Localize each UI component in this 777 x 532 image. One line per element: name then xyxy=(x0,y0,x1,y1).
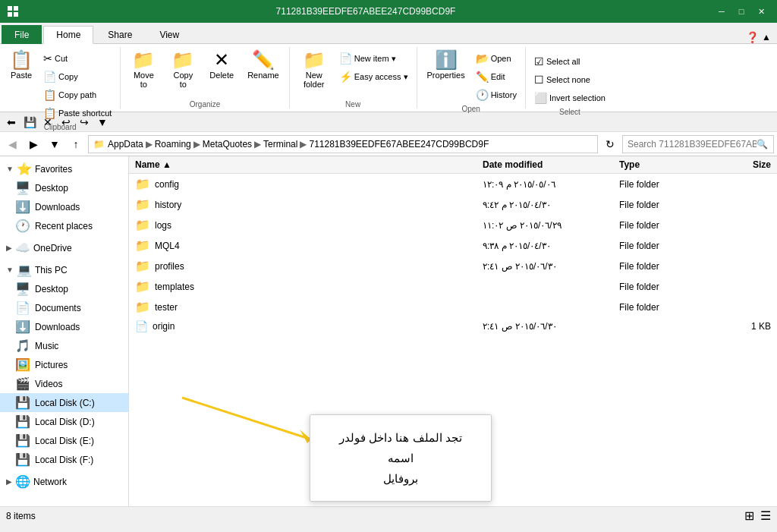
refresh-button[interactable]: ↻ xyxy=(601,135,619,153)
recent-places-icon: 🕐 xyxy=(15,219,30,233)
file-name-logs: logs xyxy=(155,220,483,231)
copy-button[interactable]: 📄 Copy xyxy=(39,68,115,85)
breadcrumb-bar[interactable]: 📁 AppData ▶ Roaming ▶ MetaQuotes ▶ Termi… xyxy=(88,135,598,153)
view-details[interactable]: ☰ xyxy=(760,508,771,523)
new-group-label: New xyxy=(345,100,360,109)
easy-access-button[interactable]: ⚡ Easy access ▾ xyxy=(335,68,412,85)
breadcrumb-item-5[interactable]: 711281B39EEDFE67ABEE247CD99BCD9F xyxy=(309,139,489,150)
nav-back-button[interactable]: ◀ xyxy=(3,135,21,153)
qa-undo-button[interactable]: ↩ xyxy=(58,114,74,131)
edit-button[interactable]: ✏️ Edit xyxy=(472,68,521,85)
svg-rect-3 xyxy=(14,12,18,17)
rename-button[interactable]: ✏️ Rename xyxy=(242,47,285,83)
search-box[interactable]: 🔍 xyxy=(622,135,774,153)
copy-to-button[interactable]: 📁 Copyto xyxy=(165,47,201,93)
desktop-pc-icon: 🖥️ xyxy=(15,282,30,296)
copy-path-icon: 📋 xyxy=(43,89,56,101)
select-all-button[interactable]: ☑ Select all xyxy=(530,53,609,70)
new-item-button[interactable]: 📄 New item ▾ xyxy=(335,50,412,67)
downloads-label: Downloads xyxy=(35,322,80,332)
onedrive-label: OneDrive xyxy=(33,243,72,253)
file-row-profiles[interactable]: 📁 profiles ٢٠١٥/٠٦/٣٠ ص ٢:٤١ File folder xyxy=(129,256,777,276)
open-button[interactable]: 📂 Open xyxy=(472,50,521,67)
delete-button[interactable]: ✕ Delete xyxy=(204,47,239,83)
breadcrumb-item-4[interactable]: Terminal xyxy=(263,139,297,150)
qa-dropdown-button[interactable]: ▼ xyxy=(94,114,111,131)
qa-delete-button[interactable]: ✕ xyxy=(39,114,56,131)
sidebar-item-videos[interactable]: 🎬 Videos xyxy=(0,374,128,393)
tab-file[interactable]: File xyxy=(2,25,42,44)
sidebar-item-downloads-fav[interactable]: ⬇️ Downloads xyxy=(0,197,128,216)
sidebar-item-local-disk-c[interactable]: 💾 Local Disk (C:) xyxy=(0,393,128,412)
local-disk-d-label: Local Disk (D:) xyxy=(35,417,95,427)
move-to-button[interactable]: 📁 Moveto xyxy=(125,47,162,93)
close-button[interactable]: ✕ xyxy=(751,4,771,19)
cut-button[interactable]: ✂ Cut xyxy=(39,50,115,67)
file-row-history[interactable]: 📁 history ٢٠١٥/٠٤/٣٠ م ٩:٤٢ File folder xyxy=(129,194,777,215)
sidebar-item-local-disk-e[interactable]: 💾 Local Disk (E:) xyxy=(0,431,128,450)
search-input[interactable] xyxy=(628,139,757,150)
file-date-profiles: ٢٠١٥/٠٦/٣٠ ص ٢:٤١ xyxy=(483,261,619,272)
sidebar-item-music[interactable]: 🎵 Music xyxy=(0,336,128,355)
sidebar-item-local-disk-d[interactable]: 💾 Local Disk (D:) xyxy=(0,412,128,431)
new-folder-button[interactable]: 📁 Newfolder xyxy=(294,47,334,93)
sidebar-item-desktop-fav[interactable]: 🖥️ Desktop xyxy=(0,178,128,197)
onedrive-icon: ☁️ xyxy=(15,241,30,255)
sidebar-item-desktop-pc[interactable]: 🖥️ Desktop xyxy=(0,279,128,298)
invert-selection-button[interactable]: ⬜ Invert selection xyxy=(530,90,609,106)
tab-view[interactable]: View xyxy=(146,26,192,43)
copy-path-button[interactable]: 📋 Copy path xyxy=(39,87,115,103)
sidebar-item-recent-places[interactable]: 🕐 Recent places xyxy=(0,216,128,235)
favorites-chevron: ▼ xyxy=(6,165,14,173)
thispc-header[interactable]: ▼ 💻 This PC xyxy=(0,260,128,279)
nav-recent-button[interactable]: ▼ xyxy=(46,135,64,153)
tab-home[interactable]: Home xyxy=(43,26,93,44)
header-date[interactable]: Date modified xyxy=(483,159,619,170)
documents-icon: 📄 xyxy=(15,301,30,315)
expand-ribbon-icon[interactable]: ▲ xyxy=(762,32,771,42)
network-header[interactable]: ▶ 🌐 Network xyxy=(0,472,128,491)
network-section: ▶ 🌐 Network xyxy=(0,472,128,491)
sidebar-item-downloads[interactable]: ⬇️ Downloads xyxy=(0,317,128,336)
history-button[interactable]: 🕐 History xyxy=(472,87,521,103)
quick-access-toolbar: ⬅ 💾 ✕ ↩ ↪ ▼ xyxy=(0,112,777,132)
move-to-label: Moveto xyxy=(134,71,154,89)
view-large-icons[interactable]: ⊞ xyxy=(744,508,754,523)
breadcrumb-item-2[interactable]: Roaming xyxy=(155,139,191,150)
organize-group-label: Organize xyxy=(190,100,221,109)
header-name[interactable]: Name ▲ xyxy=(135,159,483,170)
downloads-fav-icon: ⬇️ xyxy=(15,200,30,214)
file-row-origin[interactable]: 📄 origin ٢٠١٥/٠٦/٣٠ ص ٢:٤١ 1 KB xyxy=(129,317,777,335)
header-size[interactable]: Size xyxy=(710,159,771,170)
qa-save-button[interactable]: 💾 xyxy=(21,114,38,131)
file-row-templates[interactable]: 📁 templates File folder xyxy=(129,276,777,297)
sidebar-item-pictures[interactable]: 🖼️ Pictures xyxy=(0,355,128,374)
config-folder-icon: 📁 xyxy=(135,177,150,191)
select-none-button[interactable]: ☐ Select none xyxy=(530,71,609,88)
thispc-section: ▼ 💻 This PC 🖥️ Desktop 📄 Documents ⬇️ Do… xyxy=(0,260,128,469)
breadcrumb-item-3[interactable]: MetaQuotes xyxy=(203,139,252,150)
paste-button[interactable]: 📋 Paste xyxy=(5,47,38,83)
qa-back-button[interactable]: ⬅ xyxy=(3,114,20,131)
file-row-tester[interactable]: 📁 tester File folder xyxy=(129,297,777,317)
minimize-button[interactable]: ─ xyxy=(712,4,731,19)
file-row-logs[interactable]: 📁 logs ٢٠١٥/٠٦/٢٩ ص ١١:٠٢ File folder xyxy=(129,215,777,235)
maximize-button[interactable]: □ xyxy=(731,4,751,19)
properties-button[interactable]: ℹ️ Properties xyxy=(422,47,470,83)
file-row-config[interactable]: 📁 config ٢٠١٥/٠٥/٠٦ م ١٢:٠٩ File folder xyxy=(129,174,777,194)
sidebar-item-local-disk-f[interactable]: 💾 Local Disk (F:) xyxy=(0,450,128,469)
nav-up-button[interactable]: ↑ xyxy=(67,135,85,153)
breadcrumb-item-1[interactable]: AppData xyxy=(108,139,143,150)
onedrive-header[interactable]: ▶ ☁️ OneDrive xyxy=(0,238,128,257)
tab-share[interactable]: Share xyxy=(95,26,145,43)
nav-forward-button[interactable]: ▶ xyxy=(24,135,42,153)
sidebar-item-documents[interactable]: 📄 Documents xyxy=(0,298,128,317)
file-row-mql4[interactable]: 📁 MQL4 ٢٠١٥/٠٤/٣٠ م ٩:٣٨ File folder xyxy=(129,235,777,256)
move-to-icon: 📁 xyxy=(132,51,155,69)
help-icon[interactable]: ❓ xyxy=(746,31,759,43)
favorites-header[interactable]: ▼ ⭐ Favorites xyxy=(0,159,128,178)
local-disk-f-label: Local Disk (F:) xyxy=(35,455,93,465)
qa-redo-button[interactable]: ↪ xyxy=(76,114,93,131)
header-type[interactable]: Type xyxy=(619,159,710,170)
copy-label: Copy xyxy=(58,72,78,81)
